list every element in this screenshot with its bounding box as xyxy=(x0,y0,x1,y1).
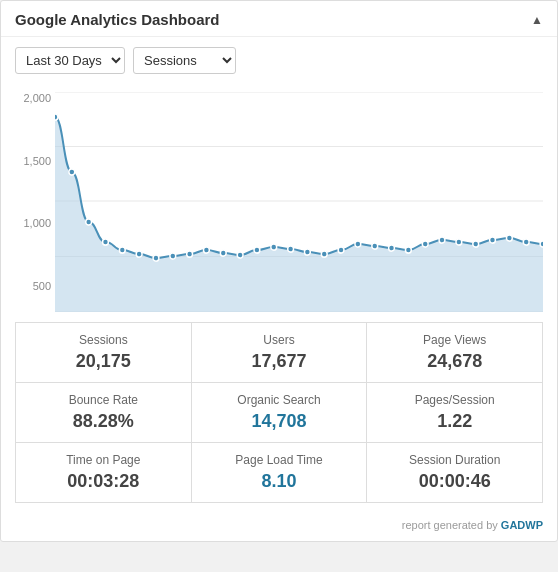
stat-cell: Sessions20,175 xyxy=(16,323,191,382)
stat-value: 00:00:46 xyxy=(373,471,536,492)
stat-label: Organic Search xyxy=(198,393,361,407)
widget-title: Google Analytics Dashboard xyxy=(15,11,220,28)
stat-cell: Pages/Session1.22 xyxy=(367,383,542,442)
stat-value: 88.28% xyxy=(22,411,185,432)
chart-container: 2,0001,5001,000500 xyxy=(15,92,543,312)
stat-cell: Users17,677 xyxy=(192,323,367,382)
stat-label: Users xyxy=(198,333,361,347)
svg-point-21 xyxy=(321,251,327,257)
svg-point-26 xyxy=(405,247,411,253)
svg-point-30 xyxy=(473,241,479,247)
svg-point-15 xyxy=(220,250,226,256)
date-range-select[interactable]: Last 7 DaysLast 30 DaysLast 90 Days xyxy=(15,47,125,74)
stat-value: 00:03:28 xyxy=(22,471,185,492)
svg-point-31 xyxy=(490,237,496,243)
svg-point-29 xyxy=(456,239,462,245)
stat-cell: Page Load Time8.10 xyxy=(192,443,367,502)
stat-label: Sessions xyxy=(22,333,185,347)
stats-grid: Sessions20,175Users17,677Page Views24,67… xyxy=(15,322,543,503)
stat-label: Page Views xyxy=(373,333,536,347)
footer-brand: GADWP xyxy=(501,519,543,531)
svg-point-17 xyxy=(254,247,260,253)
svg-point-32 xyxy=(506,235,512,241)
svg-point-20 xyxy=(304,249,310,255)
chart-svg xyxy=(55,92,543,312)
svg-point-7 xyxy=(86,219,92,225)
stat-cell: Bounce Rate88.28% xyxy=(16,383,191,442)
controls-bar: Last 7 DaysLast 30 DaysLast 90 Days Sess… xyxy=(1,37,557,82)
stat-value: 17,677 xyxy=(198,351,361,372)
stat-label: Time on Page xyxy=(22,453,185,467)
stat-label: Page Load Time xyxy=(198,453,361,467)
stat-cell: Organic Search14,708 xyxy=(192,383,367,442)
collapse-icon[interactable]: ▲ xyxy=(531,13,543,27)
stat-label: Bounce Rate xyxy=(22,393,185,407)
svg-point-12 xyxy=(170,253,176,259)
svg-point-5 xyxy=(55,114,58,120)
svg-point-14 xyxy=(204,247,210,253)
svg-point-23 xyxy=(355,241,361,247)
svg-point-34 xyxy=(540,241,543,247)
y-axis: 2,0001,5001,000500 xyxy=(15,92,55,312)
metric-select[interactable]: SessionsUsersPage Views xyxy=(133,47,236,74)
svg-point-6 xyxy=(69,169,75,175)
y-axis-label: 1,000 xyxy=(15,217,55,229)
y-axis-label: 500 xyxy=(15,280,55,292)
svg-point-24 xyxy=(372,243,378,249)
y-axis-label: 1,500 xyxy=(15,155,55,167)
stat-cell: Time on Page00:03:28 xyxy=(16,443,191,502)
svg-point-22 xyxy=(338,247,344,253)
svg-point-16 xyxy=(237,252,243,258)
svg-point-9 xyxy=(119,247,125,253)
stat-cell: Session Duration00:00:46 xyxy=(367,443,542,502)
y-axis-label: 2,000 xyxy=(15,92,55,104)
svg-point-13 xyxy=(187,251,193,257)
svg-point-28 xyxy=(439,237,445,243)
svg-point-8 xyxy=(103,239,109,245)
stat-value: 20,175 xyxy=(22,351,185,372)
svg-point-27 xyxy=(422,241,428,247)
analytics-widget: Google Analytics Dashboard ▲ Last 7 Days… xyxy=(0,0,558,542)
footer-text: report generated by xyxy=(402,519,501,531)
svg-point-33 xyxy=(523,239,529,245)
svg-point-18 xyxy=(271,244,277,250)
svg-point-25 xyxy=(389,245,395,251)
svg-point-10 xyxy=(136,251,142,257)
svg-point-11 xyxy=(153,255,159,261)
stat-value: 1.22 xyxy=(373,411,536,432)
stat-value: 14,708 xyxy=(198,411,361,432)
stat-value: 8.10 xyxy=(198,471,361,492)
widget-header: Google Analytics Dashboard ▲ xyxy=(1,1,557,37)
svg-point-19 xyxy=(288,246,294,252)
stat-value: 24,678 xyxy=(373,351,536,372)
chart-area: 2,0001,5001,000500 xyxy=(1,82,557,312)
stat-label: Pages/Session xyxy=(373,393,536,407)
stat-cell: Page Views24,678 xyxy=(367,323,542,382)
stat-label: Session Duration xyxy=(373,453,536,467)
footer: report generated by GADWP xyxy=(1,513,557,541)
